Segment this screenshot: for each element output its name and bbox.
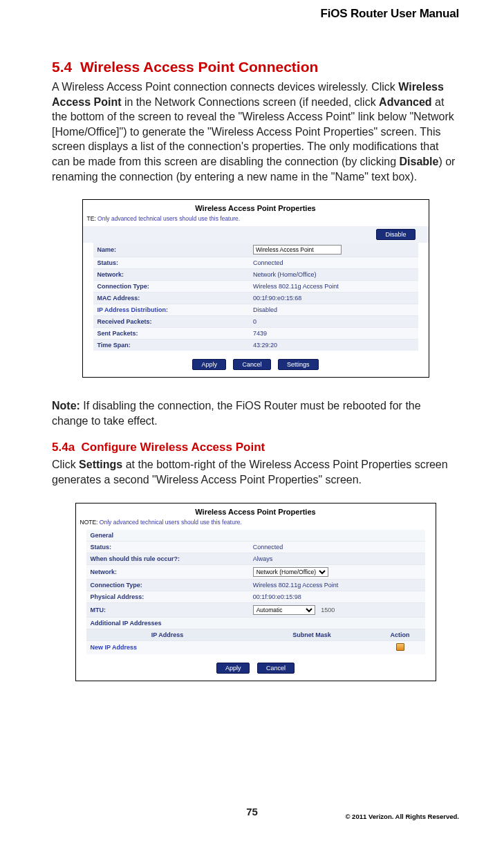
new-ip-link[interactable]: New IP Address <box>86 640 249 654</box>
disable-button[interactable]: Disable <box>376 229 415 240</box>
row-mac: MAC Address: 00:1f:90:e0:15:68 <box>93 293 418 304</box>
row-general-header: General <box>86 530 425 542</box>
row-connection-type: Connection Type: Wireless 802.11g Access… <box>93 281 418 293</box>
cancel-button[interactable]: Cancel <box>233 359 270 370</box>
row-ip-columns: IP Address Subnet Mask Action <box>86 629 425 640</box>
bold-disable: Disable <box>399 156 438 167</box>
row-network: Network: Network (Home/Office) <box>93 269 418 281</box>
panel1-title: Wireless Access Point Properties <box>83 200 429 215</box>
mtu-value: 1500 <box>321 607 335 613</box>
row-network-2: Network: Network (Home/Office) <box>86 564 425 579</box>
section-title: Wireless Access Point Connection <box>80 59 318 75</box>
screenshot-properties-panel-1: Wireless Access Point Properties TE: Onl… <box>82 199 429 378</box>
subsection-number: 5.4a <box>52 441 75 454</box>
bold-settings: Settings <box>79 459 122 470</box>
note-paragraph: Note: If disabling the connection, the F… <box>52 398 459 428</box>
network-select[interactable]: Network (Home/Office) <box>253 567 328 577</box>
row-name: Name: <box>93 243 418 257</box>
row-sent: Sent Packets: 7439 <box>93 328 418 340</box>
row-status: Status: Connected <box>93 257 418 269</box>
row-additional-ip-header: Additional IP Addresses <box>86 617 425 629</box>
section-number: 5.4 <box>52 59 72 75</box>
screenshot-properties-panel-2: Wireless Access Point Properties NOTE: O… <box>75 503 436 681</box>
note-label: Note: <box>52 400 80 412</box>
panel2-button-row: Apply Cancel <box>76 658 436 681</box>
row-mtu: MTU: Automatic 1500 <box>86 602 425 617</box>
panel2-note: NOTE: Only advanced technical users shou… <box>76 519 436 530</box>
panel2-table: General Status: Connected When should th… <box>86 530 425 654</box>
row-status-2: Status: Connected <box>86 541 425 553</box>
apply-button[interactable]: Apply <box>192 359 226 370</box>
mtu-select[interactable]: Automatic <box>253 605 315 615</box>
section-paragraph: A Wireless Access Point connection conne… <box>52 80 459 184</box>
panel2-title: Wireless Access Point Properties <box>76 503 436 519</box>
row-connection-type-2: Connection Type: Wireless 802.11g Access… <box>86 579 425 591</box>
name-input[interactable] <box>253 245 342 255</box>
subsection-heading: 5.4a Configure Wireless Access Point <box>52 441 459 454</box>
apply-button-2[interactable]: Apply <box>216 663 250 674</box>
row-timespan: Time Span: 43:29:20 <box>93 340 418 351</box>
row-received: Received Packets: 0 <box>93 316 418 328</box>
running-header: FiOS Router User Manual <box>52 7 459 21</box>
panel1-button-row: Apply Cancel Settings <box>83 355 429 377</box>
subsection-paragraph: Click Settings at the bottom-right of th… <box>52 457 459 487</box>
row-new-ip: New IP Address <box>86 640 425 654</box>
settings-button[interactable]: Settings <box>278 359 319 370</box>
subsection-title: Configure Wireless Access Point <box>82 441 265 454</box>
panel1-table: Name: Status: Connected Network: Network… <box>93 243 418 351</box>
bold-advanced: Advanced <box>379 96 431 108</box>
panel1-disable-row: Disable <box>83 226 429 243</box>
cancel-button-2[interactable]: Cancel <box>257 663 295 674</box>
page: FiOS Router User Manual 5.4 Wireless Acc… <box>0 0 504 830</box>
copyright: © 2011 Verizon. All Rights Reserved. <box>345 813 459 820</box>
row-physical-address: Physical Address: 00:1f:90:e0:15:98 <box>86 591 425 602</box>
add-ip-icon[interactable] <box>396 643 404 651</box>
row-ip-distribution: IP Address Distribution: Disabled <box>93 304 418 316</box>
panel1-note: TE: Only advanced technical users should… <box>83 215 429 226</box>
section-heading: 5.4 Wireless Access Point Connection <box>52 59 459 75</box>
row-when: When should this rule occur?: Always <box>86 553 425 564</box>
